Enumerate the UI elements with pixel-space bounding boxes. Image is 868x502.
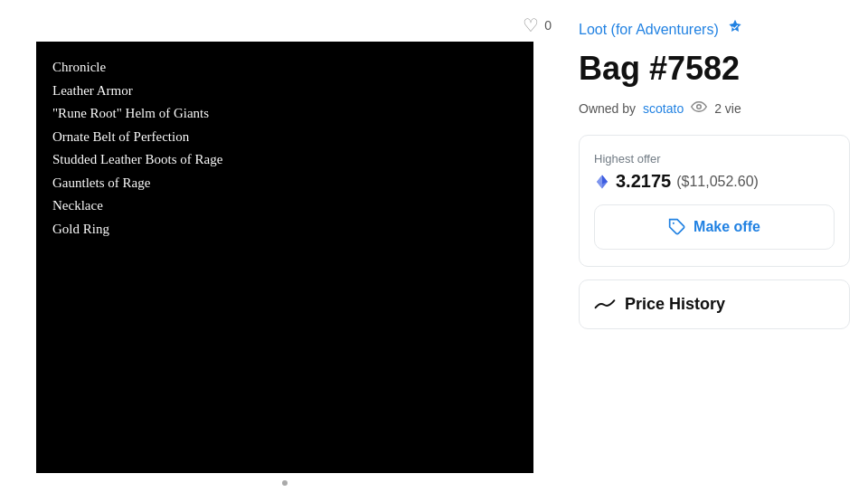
- bag-title: Bag #7582: [579, 50, 850, 88]
- offer-eth: 3.2175: [616, 171, 671, 192]
- collection-name[interactable]: Loot (for Adventurers): [579, 22, 719, 38]
- heart-icon[interactable]: ♡: [523, 14, 539, 36]
- loot-item-5: Gauntlets of Rage: [52, 172, 517, 195]
- offer-amount-row: 3.2175 ($11,052.60): [594, 171, 835, 192]
- owner-row: Owned by scotato 2 vie: [579, 100, 850, 117]
- tag-icon: [668, 218, 686, 236]
- carousel-dot: [282, 480, 288, 486]
- offer-usd: ($11,052.60): [676, 174, 759, 190]
- svg-point-0: [697, 105, 702, 109]
- loot-image: Chronicle Leather Armor "Rune Root" Helm…: [36, 42, 533, 473]
- make-offer-button[interactable]: Make offe: [594, 204, 835, 250]
- like-bar: ♡ 0: [0, 9, 570, 42]
- loot-item-2: "Rune Root" Helm of Giants: [52, 102, 517, 126]
- right-panel: Loot (for Adventurers) Bag #7582 Owned b…: [570, 0, 868, 502]
- price-history-box: Price History: [579, 279, 850, 329]
- loot-item-0: Chronicle: [52, 56, 517, 80]
- owned-by-label: Owned by: [579, 101, 636, 116]
- offer-box: Highest offer 3.2175 ($11,052.60) Make o…: [579, 135, 850, 267]
- left-panel: ♡ 0 Chronicle Leather Armor "Rune Root" …: [0, 0, 570, 502]
- make-offer-label: Make offe: [693, 219, 760, 235]
- eth-icon: [594, 174, 610, 190]
- owner-link[interactable]: scotato: [643, 101, 684, 116]
- views-count: 2 vie: [714, 101, 741, 116]
- price-history-header: Price History: [594, 295, 835, 314]
- loot-item-7: Gold Ring: [52, 218, 517, 242]
- verified-icon: [726, 18, 744, 41]
- loot-item-4: Studded Leather Boots of Rage: [52, 148, 517, 172]
- price-history-label: Price History: [625, 295, 725, 314]
- like-count: 0: [544, 18, 552, 33]
- loot-item-6: Necklace: [52, 194, 517, 218]
- eye-icon: [691, 100, 707, 117]
- price-chart-icon: [594, 296, 616, 314]
- highest-offer-label: Highest offer: [594, 152, 835, 166]
- loot-item-1: Leather Armor: [52, 80, 517, 103]
- collection-header: Loot (for Adventurers): [579, 18, 850, 41]
- loot-item-3: Ornate Belt of Perfection: [52, 126, 517, 149]
